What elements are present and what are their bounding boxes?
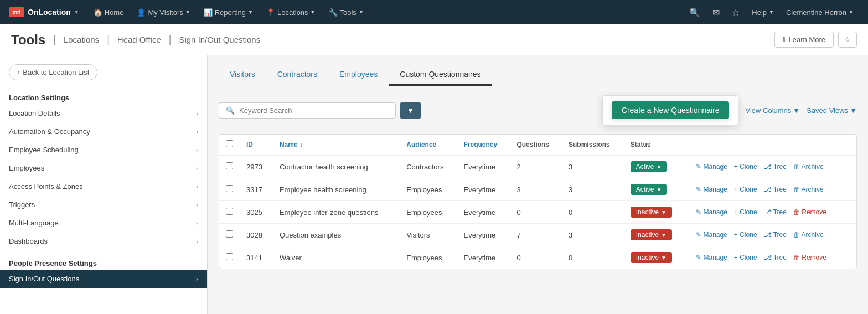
- tree-button[interactable]: ⎇ Tree: [762, 207, 789, 217]
- nav-locations[interactable]: 📍 Locations ▼: [261, 0, 321, 24]
- nav-tools[interactable]: 🔧 Tools ▼: [323, 0, 369, 24]
- header-left: Tools | Locations | Head Office | Sign I…: [11, 32, 260, 48]
- view-columns-button[interactable]: View Columns ▼: [745, 106, 800, 115]
- archive-button[interactable]: 🗑 Archive: [791, 184, 826, 194]
- tree-button[interactable]: ⎇ Tree: [762, 230, 789, 240]
- row-name: Contractor health screening: [273, 155, 400, 178]
- sidebar-item-signin-questions[interactable]: Sign In/Out Questions ›: [0, 270, 207, 288]
- search-button[interactable]: 🔍: [684, 0, 706, 24]
- row-checkbox-3[interactable]: [226, 230, 233, 238]
- archive-button[interactable]: 🗑 Archive: [791, 230, 826, 240]
- manage-button[interactable]: ✎ Manage: [694, 230, 730, 240]
- tab-visitors[interactable]: Visitors: [219, 64, 266, 86]
- sidebar-item-dashboards[interactable]: Dashboards ›: [0, 232, 207, 250]
- status-badge[interactable]: Inactive ▼: [631, 207, 672, 218]
- clone-button[interactable]: + Clone: [732, 230, 760, 240]
- row-submissions: 3: [562, 224, 624, 246]
- manage-button[interactable]: ✎ Manage: [694, 207, 730, 217]
- favorites-button[interactable]: ☆: [726, 0, 745, 24]
- nav-reporting[interactable]: 📊 Reporting ▼: [198, 0, 259, 24]
- manage-button[interactable]: ✎ Manage: [694, 162, 730, 172]
- row-checkbox-1[interactable]: [226, 185, 233, 192]
- breadcrumb-current: Sign In/Out Questions: [179, 35, 260, 44]
- tree-button[interactable]: ⎇ Tree: [762, 162, 789, 172]
- page-title: Tools: [11, 32, 45, 48]
- row-checkbox-0[interactable]: [226, 162, 233, 169]
- tree-button[interactable]: ⎇ Tree: [762, 253, 789, 262]
- status-badge[interactable]: Inactive ▼: [631, 229, 672, 240]
- remove-button[interactable]: 🗑 Remove: [791, 207, 829, 217]
- row-checkbox-2[interactable]: [226, 208, 233, 215]
- favorite-button[interactable]: ☆: [838, 32, 857, 48]
- status-badge[interactable]: Active ▼: [631, 161, 668, 172]
- status-badge[interactable]: Inactive ▼: [631, 252, 672, 263]
- filter-button[interactable]: ▼: [400, 102, 421, 119]
- clone-button[interactable]: + Clone: [732, 184, 760, 194]
- search-box: 🔍: [219, 102, 396, 119]
- tab-contractors[interactable]: Contractors: [266, 64, 328, 86]
- saved-views-caret: ▼: [850, 106, 857, 115]
- view-columns-caret: ▼: [793, 106, 800, 115]
- help-button[interactable]: Help ▼: [746, 0, 779, 24]
- tab-employees[interactable]: Employees: [328, 64, 389, 86]
- sidebar-item-access-points[interactable]: Access Points & Zones ›: [0, 177, 207, 195]
- col-questions: Questions: [510, 135, 562, 155]
- manage-button[interactable]: ✎ Manage: [694, 253, 730, 262]
- archive-button[interactable]: 🗑 Archive: [791, 162, 826, 172]
- chevron-right-icon: ›: [196, 128, 198, 136]
- sidebar-item-employee-scheduling[interactable]: Employee Scheduling ›: [0, 141, 207, 159]
- content-toolbar: 🔍 ▼ Create a New Questionnaire View Colu…: [219, 95, 857, 125]
- row-questions: 2: [510, 155, 562, 178]
- saved-views-button[interactable]: Saved Views ▼: [807, 106, 857, 115]
- row-questions: 0: [510, 201, 562, 224]
- row-status: Active ▼: [624, 178, 686, 201]
- chevron-right-icon: ›: [196, 219, 198, 227]
- sidebar-item-multi-language[interactable]: Multi-Language ›: [0, 214, 207, 232]
- col-name[interactable]: Name ↓: [273, 135, 400, 155]
- sidebar-item-automation[interactable]: Automation & Occupancy ›: [0, 122, 207, 141]
- row-frequency: Everytime: [457, 224, 510, 246]
- col-frequency[interactable]: Frequency: [457, 135, 510, 155]
- chevron-right-icon: ›: [196, 110, 198, 117]
- table-row: 2973 Contractor health screening Contrac…: [219, 155, 856, 178]
- nav-home[interactable]: 🏠 Home: [88, 0, 130, 24]
- create-questionnaire-button[interactable]: Create a New Questionnaire: [612, 101, 730, 119]
- row-name: Question examples: [273, 224, 400, 246]
- remove-button[interactable]: 🗑 Remove: [791, 253, 829, 262]
- back-to-location-button[interactable]: ‹ Back to Location List: [9, 64, 97, 80]
- nav-reporting-caret: ▼: [248, 9, 253, 15]
- home-icon: 🏠: [94, 8, 102, 17]
- tab-custom-questionnaires[interactable]: Custom Questionnaires: [389, 64, 492, 86]
- row-checkbox-cell: [219, 155, 240, 178]
- table-row: 3141 Waiver Employees Everytime 0 0 Inac…: [219, 246, 856, 269]
- sidebar-item-location-details[interactable]: Location Details ›: [0, 104, 207, 122]
- user-menu-button[interactable]: Clementine Herron ▼: [781, 0, 859, 24]
- nav-my-visitors[interactable]: 👤 My Visitors ▼: [131, 0, 195, 24]
- row-name: Waiver: [273, 246, 400, 269]
- sidebar-item-employees[interactable]: Employees ›: [0, 159, 207, 177]
- row-checkbox-cell: [219, 246, 240, 269]
- create-btn-popup: Create a New Questionnaire: [602, 95, 739, 125]
- row-checkbox-4[interactable]: [226, 253, 233, 260]
- info-icon: ℹ: [783, 35, 786, 44]
- manage-button[interactable]: ✎ Manage: [694, 184, 730, 194]
- sidebar-item-triggers[interactable]: Triggers ›: [0, 195, 207, 214]
- clone-button[interactable]: + Clone: [732, 253, 760, 262]
- brand-logo-area[interactable]: mri OnLocation ▼: [9, 7, 79, 17]
- col-id[interactable]: ID: [240, 135, 273, 155]
- row-audience: Employees: [400, 178, 457, 201]
- select-all-checkbox[interactable]: [226, 140, 233, 147]
- col-audience[interactable]: Audience: [400, 135, 457, 155]
- mail-button[interactable]: ✉: [707, 0, 725, 24]
- tree-button[interactable]: ⎇ Tree: [762, 184, 789, 194]
- keyword-search-input[interactable]: [239, 106, 389, 115]
- breadcrumb-sep2: |: [107, 34, 110, 45]
- clone-button[interactable]: + Clone: [732, 162, 760, 172]
- brand-dropdown-icon[interactable]: ▼: [74, 9, 79, 15]
- table-row: 3028 Question examples Visitors Everytim…: [219, 224, 856, 246]
- main-content: Visitors Contractors Employees Custom Qu…: [208, 55, 868, 314]
- learn-more-button[interactable]: ℹ Learn More: [774, 32, 834, 48]
- status-badge[interactable]: Active ▼: [631, 184, 668, 195]
- clone-button[interactable]: + Clone: [732, 207, 760, 217]
- chevron-left-icon: ‹: [17, 68, 19, 76]
